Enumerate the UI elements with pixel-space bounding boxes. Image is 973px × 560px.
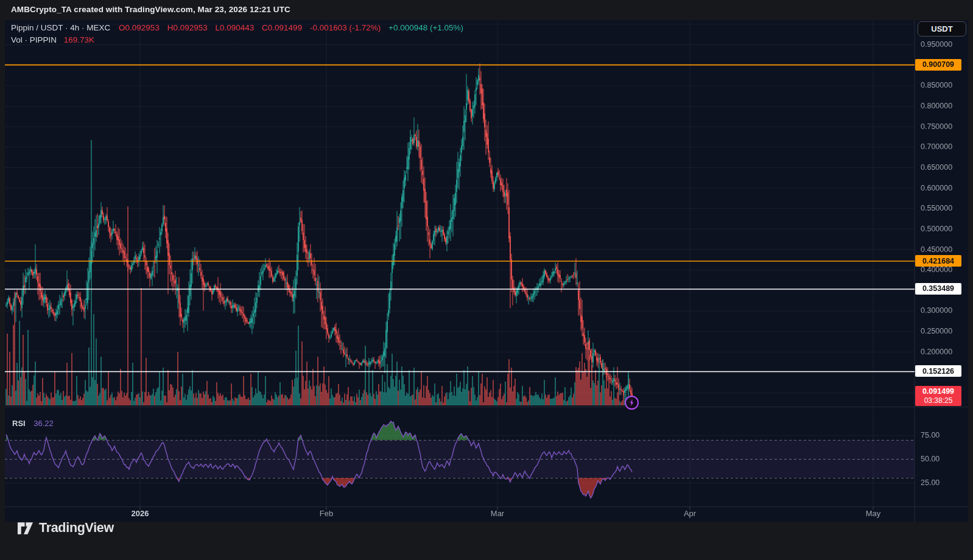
current-price-value: 0.091499 [922,387,954,396]
tradingview-logo[interactable]: TradingView [17,520,114,536]
instant-trading-button[interactable] [625,396,639,410]
symbol-header: Pippin / USDT · 4h · MEXC O0.092953 H0.0… [11,23,463,32]
price-change: -0.001603 (-1.72%) [310,23,381,32]
volume-label: Vol · PIPPIN [11,35,57,44]
price-axis[interactable] [915,20,968,506]
ohlc-close: C0.091499 [262,23,302,32]
currency-toggle-button[interactable]: USDT [918,21,966,37]
lightning-icon [628,399,636,407]
main-chart-pane[interactable] [5,20,915,407]
ohlc-low: L0.090443 [215,23,254,32]
attribution-bar: AMBCrypto_TA created with TradingView.co… [11,5,290,17]
price-change-extended: +0.000948 (+1.05%) [388,23,463,32]
bar-countdown: 03:38:25 [924,396,953,405]
rsi-indicator-title[interactable]: RSI 36.22 [12,419,54,428]
tradingview-logo-text: TradingView [39,520,114,536]
tradingview-mark-icon [17,521,33,536]
ohlc-high: H0.092953 [167,23,208,32]
rsi-value: 36.22 [33,419,54,428]
current-price-label: 0.091499 03:38:25 [915,386,961,406]
rsi-pane[interactable] [5,407,915,506]
volume-header: Vol · PIPPIN 169.73K [11,35,94,44]
symbol-description[interactable]: Pippin / USDT · 4h · MEXC [11,23,110,32]
time-axis[interactable] [5,506,968,522]
volume-value: 169.73K [64,35,94,44]
rsi-label: RSI [12,419,26,428]
ohlc-open: O0.092953 [119,23,160,32]
